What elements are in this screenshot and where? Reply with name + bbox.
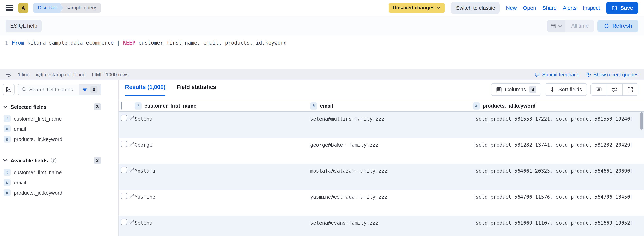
editor-line-number: 1 [0, 39, 12, 69]
timestamp-warning: @timestamp not found [36, 72, 86, 77]
expand-row-icon[interactable]: ⤢ [130, 167, 134, 173]
expand-row-icon[interactable]: ⤢ [130, 115, 134, 121]
table-row: ⤢ Yasmine yasmine@estrada-family.zzz [so… [119, 190, 644, 216]
column-header-customer-first-name[interactable]: t customer_first_name [134, 102, 310, 109]
top-header: A Discover sample query Unsaved changes … [0, 0, 644, 16]
date-picker-quick-select[interactable] [547, 20, 566, 32]
selected-fields-count: 3 [94, 103, 101, 110]
chevron-down-icon [437, 6, 441, 10]
row-checkbox[interactable] [121, 167, 127, 173]
time-range-label[interactable]: All time [566, 20, 594, 32]
save-icon [612, 5, 617, 11]
column-header-email[interactable]: k email [310, 102, 473, 109]
row-checkbox[interactable] [121, 193, 127, 199]
keyword-type-icon: k [4, 125, 11, 132]
filter-icon [82, 87, 88, 92]
expand-row-icon[interactable]: ⤢ [130, 193, 134, 199]
sliders-icon [612, 86, 618, 92]
table-row: ⤢ George george@baker-family.zzz [sold_p… [119, 138, 644, 164]
search-field-names-input[interactable] [29, 86, 79, 92]
kibana-discover-app: A Discover sample query Unsaved changes … [0, 0, 644, 236]
tab-field-statistics[interactable]: Field statistics [176, 84, 216, 96]
keyboard-shortcuts-button[interactable] [591, 83, 606, 95]
alerts-link[interactable]: Alerts [563, 5, 576, 11]
field-item-email[interactable]: k email [3, 177, 101, 188]
column-header-products-id-keyword[interactable]: k products._id.keyword [473, 102, 644, 109]
row-checkbox[interactable] [121, 115, 127, 121]
help-icon[interactable]: ? [51, 158, 56, 163]
share-link[interactable]: Share [542, 5, 556, 11]
refresh-button[interactable]: Refresh [597, 20, 638, 32]
field-filters-button[interactable]: 0 [79, 84, 100, 95]
cell-products: [sold_product_564706_11576, sold_product… [473, 190, 644, 200]
cell-customer-first-name: Yasmine [134, 190, 310, 200]
save-button[interactable]: Save [606, 2, 638, 14]
breadcrumb: Discover sample query [33, 3, 101, 12]
collapse-sidebar-icon [6, 86, 12, 93]
main-area: 0 Selected fields 3 t customer_first_nam… [0, 80, 644, 236]
chevron-down-icon [3, 104, 8, 109]
keyword-type-icon: k [4, 189, 11, 196]
date-picker[interactable]: All time [547, 20, 594, 32]
selected-fields-header[interactable]: Selected fields 3 [3, 103, 101, 110]
field-item-customer-first-name[interactable]: t customer_first_name [3, 113, 101, 124]
unsaved-changes-badge[interactable]: Unsaved changes [389, 3, 445, 12]
show-recent-queries-link[interactable]: Show recent queries [586, 72, 638, 77]
field-item-products-id-keyword[interactable]: k products._id.keyword [3, 134, 101, 144]
inspect-link[interactable]: Inspect [583, 5, 600, 11]
switch-to-classic-button[interactable]: Switch to classic [451, 2, 500, 14]
table-row: ⤢ Selena selena@evans-family.zzz [sold_p… [119, 216, 644, 236]
row-checkbox[interactable] [121, 141, 127, 147]
tab-results[interactable]: Results (1,000) [125, 84, 166, 96]
sort-fields-button[interactable]: Sort fields [544, 83, 587, 96]
limit-info: LIMIT 1000 rows [92, 72, 129, 77]
collapse-sidebar-button[interactable] [3, 83, 14, 95]
expand-row-icon[interactable]: ⤢ [130, 141, 134, 147]
submit-feedback-link[interactable]: Submit feedback [535, 72, 579, 77]
columns-icon [496, 86, 502, 92]
cell-email: selena@mullins-family.zzz [310, 112, 473, 122]
results-toolbar: Results (1,000) Field statistics Columns… [119, 80, 644, 100]
fullscreen-button[interactable] [622, 83, 638, 95]
calendar-icon [551, 23, 556, 28]
history-clock-icon [586, 72, 591, 77]
esql-editor[interactable]: 1 From kibana_sample_data_ecommerce | KE… [0, 35, 644, 69]
open-link[interactable]: Open [523, 5, 536, 11]
row-checkbox[interactable] [121, 219, 127, 225]
columns-button[interactable]: Columns 3 [491, 83, 542, 96]
display-options-button[interactable] [606, 83, 622, 95]
cell-products: [sold_product_564661_20323, sold_product… [473, 164, 644, 174]
search-icon [21, 87, 27, 92]
keyword-type-icon: k [4, 136, 11, 143]
esql-help-button[interactable]: ES|QL help [6, 20, 42, 32]
text-type-icon: t [4, 115, 11, 122]
esql-query-text[interactable]: From kibana_sample_data_ecommerce | KEEP… [12, 39, 287, 69]
grid-header-row: t customer_first_name k email k products… [119, 100, 644, 112]
table-row: ⤢ Mostafa mostafa@salazar-family.zzz [so… [119, 164, 644, 190]
field-item-email[interactable]: k email [3, 124, 101, 134]
cell-email: selena@evans-family.zzz [310, 216, 473, 226]
field-search-box: 0 [18, 83, 101, 95]
available-fields-header[interactable]: Available fields ? 3 [3, 157, 101, 164]
table-row: ⤢ Selena selena@mullins-family.zzz [sold… [119, 112, 644, 138]
new-link[interactable]: New [506, 5, 517, 11]
fields-sidebar: 0 Selected fields 3 t customer_first_nam… [0, 80, 119, 236]
field-item-customer-first-name[interactable]: t customer_first_name [3, 167, 101, 177]
space-avatar[interactable]: A [18, 3, 28, 13]
cell-email: yasmine@estrada-family.zzz [310, 190, 473, 200]
menu-icon[interactable] [6, 5, 14, 11]
cell-email: mostafa@salazar-family.zzz [310, 164, 473, 174]
select-all-checkbox[interactable] [121, 102, 122, 109]
query-toolbar: ES|QL help All time Refresh [0, 16, 644, 35]
cell-email: george@baker-family.zzz [310, 138, 473, 148]
chevron-down-icon [3, 158, 8, 163]
wrap-lines-icon [6, 72, 12, 78]
vertical-scrollbar[interactable] [640, 112, 643, 130]
field-item-products-id-keyword[interactable]: k products._id.keyword [3, 188, 101, 198]
expand-row-icon[interactable]: ⤢ [130, 219, 134, 225]
keyword-type-icon: k [4, 179, 11, 186]
breadcrumb-sample-query[interactable]: sample query [60, 3, 101, 12]
cell-customer-first-name: Selena [134, 112, 310, 122]
breadcrumb-discover[interactable]: Discover [33, 3, 63, 12]
results-grid: t customer_first_name k email k products… [119, 100, 644, 236]
